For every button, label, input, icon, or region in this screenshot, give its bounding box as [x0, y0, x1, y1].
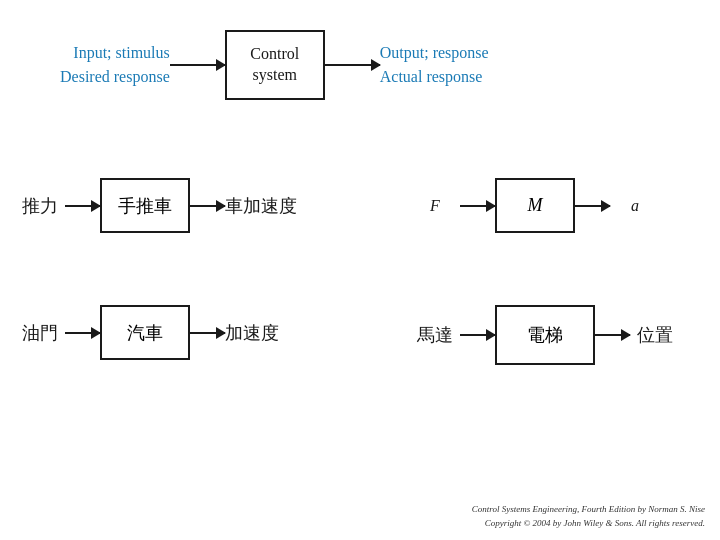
push-box: 手推車 [100, 178, 190, 233]
motor-arrow-in [460, 205, 495, 207]
elevator-arrow-line-in [460, 334, 495, 336]
copyright-line2: Copyright © 2004 by John Wiley & Sons. A… [472, 517, 705, 531]
car-arrow-out [190, 332, 225, 334]
push-arrow-out [190, 205, 225, 207]
car-input-label: 油門 [15, 321, 65, 345]
actual-response-label: Actual response [380, 68, 489, 86]
car-box: 汽車 [100, 305, 190, 360]
motor-arrow-out [575, 205, 610, 207]
copyright: Control Systems Engineering, Fourth Edit… [472, 503, 705, 530]
input-labels: Input; stimulus Desired response [60, 44, 170, 86]
arrow-line-in [170, 64, 225, 66]
copyright-line1: Control Systems Engineering, Fourth Edit… [472, 503, 705, 517]
elevator-box: 電梯 [495, 305, 595, 365]
push-output-label: 車加速度 [225, 194, 297, 218]
arrow-in [170, 64, 225, 66]
motor-box-label: M [528, 195, 543, 216]
push-box-label: 手推車 [118, 194, 172, 218]
row-car: 油門 汽車 加速度 [15, 305, 279, 360]
car-arrow-line-in [65, 332, 100, 334]
push-arrow-line-in [65, 205, 100, 207]
desired-response-label: Desired response [60, 68, 170, 86]
elevator-input-label: 馬達 [410, 323, 460, 347]
push-arrow-line-out [190, 205, 225, 207]
row-elevator: 馬達 電梯 位置 [410, 305, 680, 365]
row-motor: F M a [410, 178, 660, 233]
motor-output-label: a [610, 197, 660, 215]
arrow-line-out [325, 64, 380, 66]
motor-arrow-line-out [575, 205, 610, 207]
push-input-label: 推力 [15, 194, 65, 218]
elevator-output-label: 位置 [630, 323, 680, 347]
motor-input-label: F [410, 197, 460, 215]
push-arrow-in [65, 205, 100, 207]
control-system-box: Control system [225, 30, 325, 100]
elevator-box-label: 電梯 [527, 323, 563, 347]
elevator-arrow-line-out [595, 334, 630, 336]
output-labels: Output; response Actual response [380, 44, 489, 86]
motor-arrow-line-in [460, 205, 495, 207]
output-response-label: Output; response [380, 44, 489, 62]
car-output-label: 加速度 [225, 321, 279, 345]
input-stimulus-label: Input; stimulus [60, 44, 170, 62]
arrow-out [325, 64, 380, 66]
car-box-label: 汽車 [127, 321, 163, 345]
car-arrow-in [65, 332, 100, 334]
control-system-label: Control system [250, 44, 299, 86]
motor-box: M [495, 178, 575, 233]
elevator-arrow-out [595, 334, 630, 336]
top-diagram: Input; stimulus Desired response Control… [60, 30, 489, 100]
row-push: 推力 手推車 車加速度 [15, 178, 297, 233]
car-arrow-line-out [190, 332, 225, 334]
elevator-arrow-in [460, 334, 495, 336]
